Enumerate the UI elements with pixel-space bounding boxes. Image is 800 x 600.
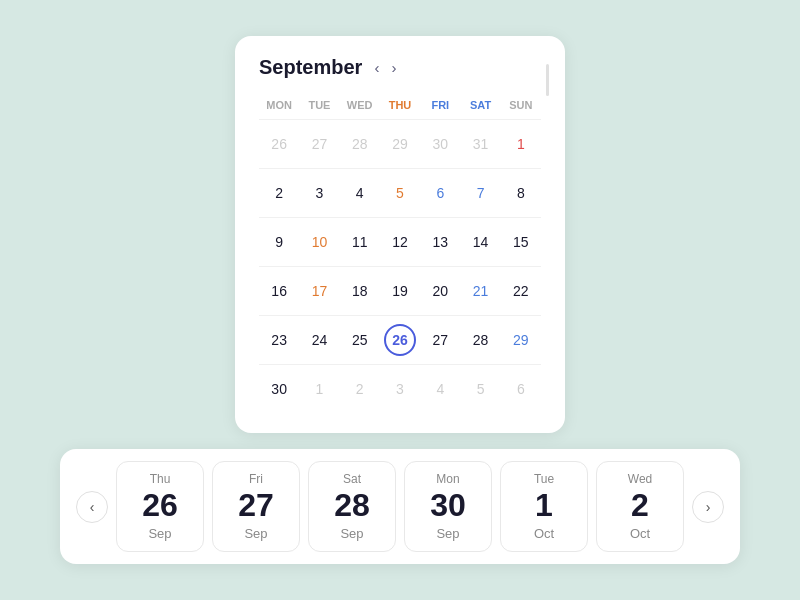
- strip-day-name: Thu: [150, 472, 171, 486]
- day-cell[interactable]: 16: [259, 267, 299, 315]
- day-cell[interactable]: 14: [460, 218, 500, 266]
- day-cell-selected[interactable]: 26: [380, 316, 420, 364]
- week-row-1: 26 27 28 29 30 31 1: [259, 119, 541, 168]
- day-cell[interactable]: 9: [259, 218, 299, 266]
- date-strip: ‹ Thu 26 Sep Fri 27 Sep Sat 28 Sep Mon 3…: [60, 449, 740, 563]
- calendar-card: September ‹ › MON TUE WED THU FRI SAT SU…: [235, 36, 565, 433]
- strip-items: Thu 26 Sep Fri 27 Sep Sat 28 Sep Mon 30 …: [116, 461, 684, 551]
- day-cell[interactable]: 13: [420, 218, 460, 266]
- day-cell[interactable]: 30: [259, 365, 299, 413]
- strip-day-num: 30: [430, 488, 466, 523]
- day-cell[interactable]: 10: [299, 218, 339, 266]
- week-row-6: 30 1 2 3 4 5 6: [259, 364, 541, 413]
- day-cell[interactable]: 18: [340, 267, 380, 315]
- day-cell[interactable]: 26: [259, 120, 299, 168]
- strip-item-fri27[interactable]: Fri 27 Sep: [212, 461, 300, 551]
- day-cell[interactable]: 6: [501, 365, 541, 413]
- calendar-grid: MON TUE WED THU FRI SAT SUN 26 27 28 29 …: [259, 95, 541, 413]
- day-header-fri: FRI: [420, 95, 460, 115]
- day-cell[interactable]: 2: [340, 365, 380, 413]
- strip-day-name: Tue: [534, 472, 554, 486]
- strip-month: Sep: [244, 526, 267, 541]
- day-header-sat: SAT: [460, 95, 500, 115]
- calendar-title: September: [259, 56, 362, 79]
- strip-month: Sep: [340, 526, 363, 541]
- week-row-4: 16 17 18 19 20 21 22: [259, 266, 541, 315]
- strip-day-num: 28: [334, 488, 370, 523]
- next-month-button[interactable]: ›: [387, 57, 400, 78]
- strip-day-name: Wed: [628, 472, 652, 486]
- day-cell[interactable]: 23: [259, 316, 299, 364]
- day-cell[interactable]: 30: [420, 120, 460, 168]
- strip-next-button[interactable]: ›: [692, 491, 724, 523]
- day-cell[interactable]: 11: [340, 218, 380, 266]
- day-cell[interactable]: 28: [340, 120, 380, 168]
- day-cell[interactable]: 12: [380, 218, 420, 266]
- day-cell[interactable]: 28: [460, 316, 500, 364]
- strip-prev-button[interactable]: ‹: [76, 491, 108, 523]
- strip-day-name: Mon: [436, 472, 459, 486]
- day-cell[interactable]: 22: [501, 267, 541, 315]
- strip-month: Oct: [630, 526, 650, 541]
- day-cell[interactable]: 29: [501, 316, 541, 364]
- strip-day-name: Sat: [343, 472, 361, 486]
- strip-day-num: 26: [142, 488, 178, 523]
- day-cell[interactable]: 7: [460, 169, 500, 217]
- strip-day-num: 1: [535, 488, 553, 523]
- day-cell[interactable]: 1: [501, 120, 541, 168]
- week-row-5: 23 24 25 26 27 28 29: [259, 315, 541, 364]
- day-cell[interactable]: 4: [420, 365, 460, 413]
- strip-month: Sep: [148, 526, 171, 541]
- prev-month-button[interactable]: ‹: [370, 57, 383, 78]
- strip-month: Oct: [534, 526, 554, 541]
- day-cell[interactable]: 19: [380, 267, 420, 315]
- day-cell[interactable]: 21: [460, 267, 500, 315]
- strip-day-num: 2: [631, 488, 649, 523]
- day-cell[interactable]: 2: [259, 169, 299, 217]
- week-row-3: 9 10 11 12 13 14 15: [259, 217, 541, 266]
- day-cell[interactable]: 8: [501, 169, 541, 217]
- strip-day-name: Fri: [249, 472, 263, 486]
- calendar-header: September ‹ ›: [259, 56, 541, 79]
- day-cell[interactable]: 29: [380, 120, 420, 168]
- day-cell[interactable]: 20: [420, 267, 460, 315]
- day-header-thu: THU: [380, 95, 420, 115]
- day-cell[interactable]: 31: [460, 120, 500, 168]
- day-cell[interactable]: 27: [420, 316, 460, 364]
- strip-month: Sep: [436, 526, 459, 541]
- day-header-tue: TUE: [299, 95, 339, 115]
- strip-item-wed2[interactable]: Wed 2 Oct: [596, 461, 684, 551]
- strip-day-num: 27: [238, 488, 274, 523]
- day-cell[interactable]: 1: [299, 365, 339, 413]
- day-cell[interactable]: 27: [299, 120, 339, 168]
- day-header-wed: WED: [340, 95, 380, 115]
- day-header-sun: SUN: [501, 95, 541, 115]
- day-headers-row: MON TUE WED THU FRI SAT SUN: [259, 95, 541, 115]
- day-cell[interactable]: 24: [299, 316, 339, 364]
- strip-item-tue1[interactable]: Tue 1 Oct: [500, 461, 588, 551]
- day-cell[interactable]: 15: [501, 218, 541, 266]
- strip-item-sat28[interactable]: Sat 28 Sep: [308, 461, 396, 551]
- day-header-mon: MON: [259, 95, 299, 115]
- day-cell[interactable]: 25: [340, 316, 380, 364]
- day-cell[interactable]: 5: [380, 169, 420, 217]
- strip-item-mon30[interactable]: Mon 30 Sep: [404, 461, 492, 551]
- day-cell[interactable]: 4: [340, 169, 380, 217]
- strip-item-thu26[interactable]: Thu 26 Sep: [116, 461, 204, 551]
- day-cell[interactable]: 3: [380, 365, 420, 413]
- day-cell[interactable]: 3: [299, 169, 339, 217]
- day-cell[interactable]: 6: [420, 169, 460, 217]
- day-cell[interactable]: 5: [460, 365, 500, 413]
- week-row-2: 2 3 4 5 6 7 8: [259, 168, 541, 217]
- drag-handle: [546, 64, 549, 96]
- day-cell[interactable]: 17: [299, 267, 339, 315]
